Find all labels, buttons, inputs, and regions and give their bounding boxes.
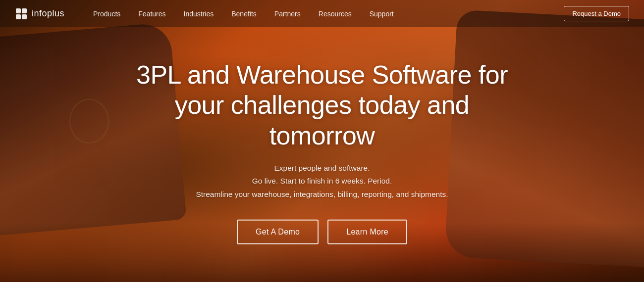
navbar: infoplus Products Features Industries Be… <box>0 0 644 27</box>
bg-laptop-hint <box>69 99 109 143</box>
request-demo-button[interactable]: Request a Demo <box>564 6 629 21</box>
hero-subtitle: Expert people and software. Go live. Sta… <box>129 162 515 201</box>
brand-icon <box>15 7 28 20</box>
hero-content: 3PL and Warehouse Software for your chal… <box>129 60 515 244</box>
svg-rect-0 <box>16 8 21 13</box>
hero-title: 3PL and Warehouse Software for your chal… <box>129 60 515 151</box>
nav-benefits[interactable]: Benefits <box>222 10 266 18</box>
svg-rect-2 <box>16 14 21 19</box>
hero-subtitle-line1: Expert people and software. <box>274 164 370 172</box>
svg-rect-1 <box>22 8 27 13</box>
nav-products[interactable]: Products <box>84 10 129 18</box>
hero-section: infoplus Products Features Industries Be… <box>0 0 644 282</box>
nav-industries[interactable]: Industries <box>175 10 223 18</box>
learn-more-button[interactable]: Learn More <box>327 220 407 244</box>
svg-rect-3 <box>22 14 27 19</box>
nav-support[interactable]: Support <box>361 10 403 18</box>
nav-partners[interactable]: Partners <box>266 10 310 18</box>
get-demo-button[interactable]: Get A Demo <box>237 220 319 244</box>
nav-resources[interactable]: Resources <box>310 10 361 18</box>
brand-logo[interactable]: infoplus <box>15 7 64 20</box>
hero-buttons: Get A Demo Learn More <box>129 220 515 244</box>
hero-subtitle-line2: Go live. Start to finish in 6 weeks. Per… <box>252 177 392 185</box>
nav-links: Products Features Industries Benefits Pa… <box>84 10 564 18</box>
brand-name: infoplus <box>32 8 64 19</box>
nav-features[interactable]: Features <box>129 10 174 18</box>
hero-subtitle-line3: Streamline your warehouse, integrations,… <box>196 190 448 198</box>
